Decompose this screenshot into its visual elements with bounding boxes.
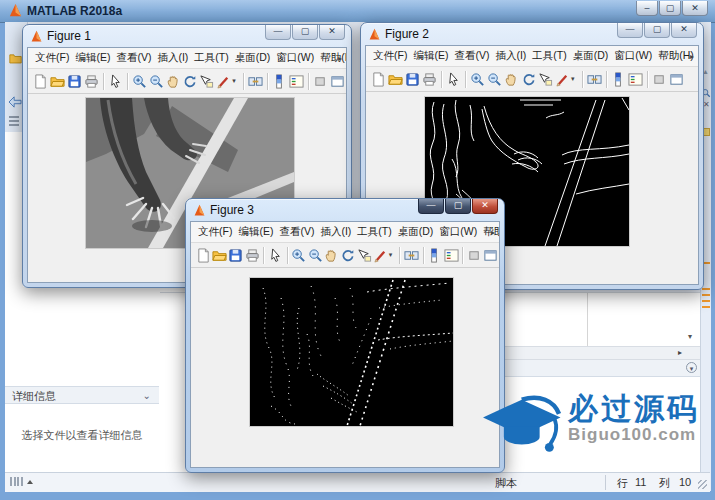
menu-view[interactable]: 查看(V)	[113, 51, 154, 65]
data-cursor-icon[interactable]	[198, 72, 215, 90]
maximize-button[interactable]: ▢	[445, 199, 471, 214]
zoom-in-icon[interactable]	[469, 70, 486, 88]
hide-plot-tools-icon[interactable]	[312, 72, 329, 90]
insert-colorbar-icon[interactable]	[427, 246, 443, 264]
menu-help[interactable]: 帮助(H)	[480, 225, 499, 239]
filter-icon[interactable]: ▾	[686, 362, 697, 373]
pointer-icon[interactable]	[445, 70, 462, 88]
brush-icon[interactable]	[554, 70, 571, 88]
main-titlebar[interactable]: MATLAB R2018a – ▢ ✕	[0, 0, 715, 23]
link-plots-icon[interactable]	[247, 72, 264, 90]
minimize-button[interactable]: —	[265, 25, 291, 40]
menu-desktop[interactable]: 桌面(D)	[232, 51, 274, 65]
horizontal-scrollbar[interactable]: ▸	[503, 346, 702, 360]
insert-legend-icon[interactable]	[443, 246, 459, 264]
open-file-icon[interactable]	[49, 72, 66, 90]
menu-view[interactable]: 查看(V)	[451, 49, 492, 63]
dropdown-caret-icon[interactable]: ▾	[688, 332, 692, 341]
show-plot-tools-icon[interactable]	[329, 72, 346, 90]
details-section-header[interactable]: 详细信息 ⌄	[5, 386, 159, 404]
menu-insert[interactable]: 插入(I)	[154, 51, 191, 65]
print-icon[interactable]	[83, 72, 100, 90]
minimize-button[interactable]: —	[418, 199, 444, 214]
figure1-titlebar[interactable]: Figure 1 — ▢ ✕	[23, 25, 351, 47]
zoom-out-icon[interactable]	[148, 72, 165, 90]
menu-desktop[interactable]: 桌面(D)	[395, 225, 437, 239]
brush-icon[interactable]	[215, 72, 232, 90]
new-file-icon[interactable]	[195, 246, 211, 264]
minimized-panel-marker[interactable]	[702, 300, 710, 302]
main-minimize-button[interactable]: –	[636, 1, 658, 16]
maximize-button[interactable]: ▢	[644, 23, 670, 38]
data-cursor-icon[interactable]	[356, 246, 372, 264]
link-plots-icon[interactable]	[403, 246, 419, 264]
main-close-button[interactable]: ✕	[682, 1, 708, 16]
zoom-out-icon[interactable]	[307, 246, 323, 264]
insert-legend-icon[interactable]	[627, 70, 644, 88]
show-plot-tools-icon[interactable]	[668, 70, 685, 88]
link-plots-icon[interactable]	[586, 70, 603, 88]
menu-edit[interactable]: 编辑(E)	[410, 49, 451, 63]
menu-file[interactable]: 文件(F)	[32, 51, 72, 65]
close-small-icon[interactable]: ✕	[703, 100, 710, 109]
rotate-3d-icon[interactable]	[340, 246, 356, 264]
pan-hand-icon[interactable]	[323, 246, 339, 264]
insert-legend-icon[interactable]	[288, 72, 305, 90]
print-icon[interactable]	[244, 246, 260, 264]
menu-desktop[interactable]: 桌面(D)	[570, 49, 612, 63]
data-cursor-icon[interactable]	[537, 70, 554, 88]
close-button[interactable]: ✕	[319, 25, 345, 40]
brush-dropdown-icon[interactable]: ▾	[232, 77, 240, 85]
menu-edit[interactable]: 编辑(E)	[72, 51, 113, 65]
close-button[interactable]: ✕	[671, 23, 697, 38]
resize-grip[interactable]	[698, 480, 707, 489]
minimize-button[interactable]: —	[617, 23, 643, 38]
menu-tools[interactable]: 工具(T)	[529, 49, 569, 63]
pointer-icon[interactable]	[107, 72, 124, 90]
minimized-panel-marker[interactable]	[702, 306, 710, 308]
new-file-icon[interactable]	[32, 72, 49, 90]
menu-overflow-icon[interactable]: ▸	[338, 54, 342, 63]
hide-plot-tools-icon[interactable]	[651, 70, 668, 88]
scroll-right-icon[interactable]: ▸	[678, 348, 682, 357]
new-file-icon[interactable]	[370, 70, 387, 88]
open-file-icon[interactable]	[387, 70, 404, 88]
save-icon[interactable]	[404, 70, 421, 88]
main-maximize-button[interactable]: ▢	[659, 1, 681, 16]
show-plot-tools-icon[interactable]	[483, 246, 499, 264]
zoom-out-icon[interactable]	[486, 70, 503, 88]
pointer-icon[interactable]	[267, 246, 283, 264]
minimized-panel-marker[interactable]	[702, 294, 710, 296]
menu-view[interactable]: 查看(V)	[276, 225, 317, 239]
menu-tools[interactable]: 工具(T)	[191, 51, 231, 65]
minimized-panel-marker[interactable]	[702, 288, 710, 290]
rotate-3d-icon[interactable]	[182, 72, 199, 90]
menu-window[interactable]: 窗口(W)	[436, 225, 480, 239]
open-file-icon[interactable]	[211, 246, 227, 264]
menu-edit[interactable]: 编辑(E)	[235, 225, 276, 239]
list-icon[interactable]	[9, 114, 19, 128]
pan-hand-icon[interactable]	[165, 72, 182, 90]
pan-hand-icon[interactable]	[503, 70, 520, 88]
brush-dropdown-icon[interactable]: ▾	[389, 251, 397, 259]
menu-window[interactable]: 窗口(W)	[273, 51, 317, 65]
menu-window[interactable]: 窗口(W)	[611, 49, 655, 63]
menu-overflow-icon[interactable]: ▸	[690, 52, 694, 61]
close-button[interactable]: ✕	[472, 199, 498, 214]
status-bars-widget[interactable]	[10, 477, 33, 486]
mini-folder-icon[interactable]	[9, 50, 22, 68]
menu-file[interactable]: 文件(F)	[195, 225, 235, 239]
menu-overflow-icon[interactable]: ▸	[491, 228, 495, 237]
save-icon[interactable]	[228, 246, 244, 264]
rotate-3d-icon[interactable]	[520, 70, 537, 88]
zoom-in-icon[interactable]	[131, 72, 148, 90]
brush-icon[interactable]	[372, 246, 388, 264]
insert-colorbar-icon[interactable]	[271, 72, 288, 90]
maximize-button[interactable]: ▢	[292, 25, 318, 40]
zoom-in-icon[interactable]	[291, 246, 307, 264]
hide-plot-tools-icon[interactable]	[466, 246, 482, 264]
insert-colorbar-icon[interactable]	[610, 70, 627, 88]
figure2-titlebar[interactable]: Figure 2 — ▢ ✕	[361, 23, 703, 45]
back-arrow-icon[interactable]	[8, 94, 22, 112]
menu-file[interactable]: 文件(F)	[370, 49, 410, 63]
